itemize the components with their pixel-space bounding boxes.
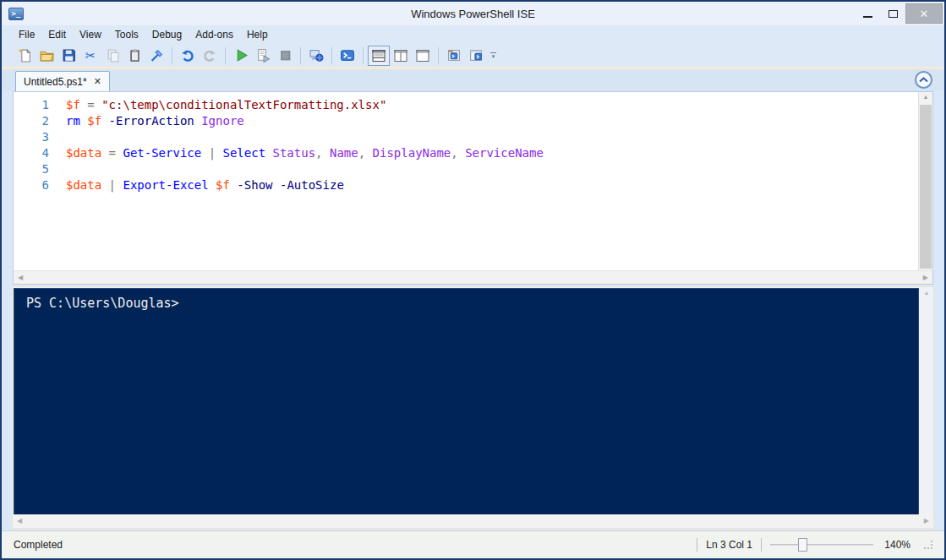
minimize-icon [863,16,872,18]
zoom-level: 140% [882,539,910,551]
status-right-group: Ln 3 Col 1 140% [697,537,932,552]
maximize-button[interactable] [880,4,905,23]
console-pane-container: PS C:\Users\Douglas> ▲ ◀ ▶ [12,286,934,529]
menu-edit[interactable]: Edit [41,26,73,43]
code-text: rm $f -ErrorAction Ignore [66,113,244,129]
close-button[interactable]: ✕ [905,3,943,24]
maximize-icon [889,10,898,18]
save-icon [62,48,76,63]
layout-script-pane-top-icon [371,49,386,63]
layout-script-pane-right-button[interactable] [390,46,412,66]
editor-vertical-scrollbar[interactable]: ▲ [918,92,932,270]
line-number: 3 [14,129,66,145]
clear-console-button[interactable] [145,46,167,66]
scroll-right-icon[interactable]: ▶ [923,274,928,281]
layout-script-pane-top-button[interactable] [368,46,390,66]
new-remote-powershell-tab-button[interactable] [305,46,327,66]
new-script-button[interactable] [14,46,36,66]
code-text [66,129,73,145]
code-text: $f = "c:\temp\conditionalTextFormatting.… [66,97,386,113]
code-line[interactable]: 5 [14,161,918,177]
line-col-indicator: Ln 3 Col 1 [706,539,752,551]
paste-icon [128,48,142,63]
tab-label: Untitled5.ps1* [24,76,87,88]
open-script-icon [40,48,54,63]
menu-bar: FileEditViewToolsDebugAdd-onsHelp [2,25,944,44]
title-bar[interactable]: >_ Windows PowerShell ISE ✕ [2,2,944,25]
menu-debug[interactable]: Debug [145,26,189,43]
line-number: 6 [14,177,66,193]
menu-file[interactable]: File [12,26,41,43]
editor-horizontal-scrollbar[interactable]: ◀ ▶ [14,270,932,284]
status-separator [761,538,762,552]
console-prompt[interactable]: PS C:\Users\Douglas> [14,289,918,311]
toolbar-separator [363,47,364,64]
code-line[interactable]: 3 [14,129,918,145]
collapse-script-pane-button[interactable] [915,71,932,89]
editor-lines[interactable]: 1$f = "c:\temp\conditionalTextFormatting… [14,92,918,270]
run-selection-button[interactable] [252,46,274,66]
scroll-left-icon[interactable]: ◀ [18,274,23,281]
scroll-right-icon[interactable]: ▶ [924,517,929,525]
menu-addons[interactable]: Add-ons [189,26,240,43]
zoom-slider[interactable] [770,537,873,552]
layout-script-pane-right-icon [393,49,408,63]
tab-untitled5[interactable]: Untitled5.ps1* ✕ [15,71,110,91]
run-script-button[interactable] [230,46,252,66]
show-script-pane-icon [468,48,484,63]
redo-button[interactable] [199,46,221,66]
code-text: $data | Export-Excel $f -Show -AutoSize [66,177,344,193]
open-script-button[interactable] [36,46,57,66]
toolbar-overflow-button[interactable]: ▾ [490,52,496,58]
console-vertical-scrollbar[interactable]: ▲ [920,288,933,515]
resize-grip-icon[interactable] [924,541,932,549]
status-message: Completed [14,539,63,551]
zoom-slider-track[interactable] [770,544,873,546]
undo-icon [180,48,195,63]
zoom-slider-thumb[interactable] [798,538,807,552]
console-pane[interactable]: PS C:\Users\Douglas> [14,288,919,515]
line-number: 4 [14,145,66,161]
new-powershell-tab-icon [446,48,462,63]
window-controls: ✕ [855,2,944,25]
new-remote-powershell-tab-icon [309,48,324,63]
toolbar: ✂ [2,44,944,69]
paste-button[interactable] [123,46,145,66]
save-button[interactable] [57,46,79,66]
code-line[interactable]: 1$f = "c:\temp\conditionalTextFormatting… [14,97,918,113]
toolbar-separator [225,47,226,64]
start-powershell-button[interactable] [336,46,358,66]
copy-button[interactable] [101,46,123,66]
code-line[interactable]: 6$data | Export-Excel $f -Show -AutoSize [14,177,918,193]
code-line[interactable]: 2rm $f -ErrorAction Ignore [14,113,918,129]
clear-console-pane-icon [150,48,164,63]
show-script-pane-button[interactable] [465,46,487,66]
window-title: Windows PowerShell ISE [2,8,944,20]
console-horizontal-scrollbar[interactable]: ◀ ▶ [13,514,933,528]
undo-button[interactable] [177,46,199,66]
code-text [66,161,73,177]
scroll-left-icon[interactable]: ◀ [17,517,22,525]
tab-close-icon[interactable]: ✕ [94,76,101,87]
script-editor-pane[interactable]: 1$f = "c:\temp\conditionalTextFormatting… [13,91,933,285]
layout-script-pane-maximized-button[interactable] [412,46,434,66]
stop-operation-icon [278,48,293,63]
scroll-up-icon[interactable]: ▲ [919,94,932,100]
editor-scrollbar-thumb[interactable] [920,105,932,269]
line-number: 2 [14,113,66,129]
start-powershell-icon [340,48,355,63]
copy-icon [106,48,120,63]
minimize-button[interactable] [855,4,880,23]
scroll-up-icon[interactable]: ▲ [920,290,933,296]
stop-operation-button[interactable] [274,46,296,66]
layout-script-pane-maximized-icon [415,49,430,63]
code-line[interactable]: 4$data = Get-Service | Select Status, Na… [14,145,918,161]
run-selection-icon [256,48,271,63]
menu-tools[interactable]: Tools [108,26,145,43]
toolbar-separator [331,47,332,64]
menu-view[interactable]: View [73,26,108,43]
status-separator [697,538,697,552]
menu-help[interactable]: Help [240,26,275,43]
new-powershell-tab-button[interactable] [443,46,465,66]
cut-button[interactable]: ✂ [79,46,101,66]
